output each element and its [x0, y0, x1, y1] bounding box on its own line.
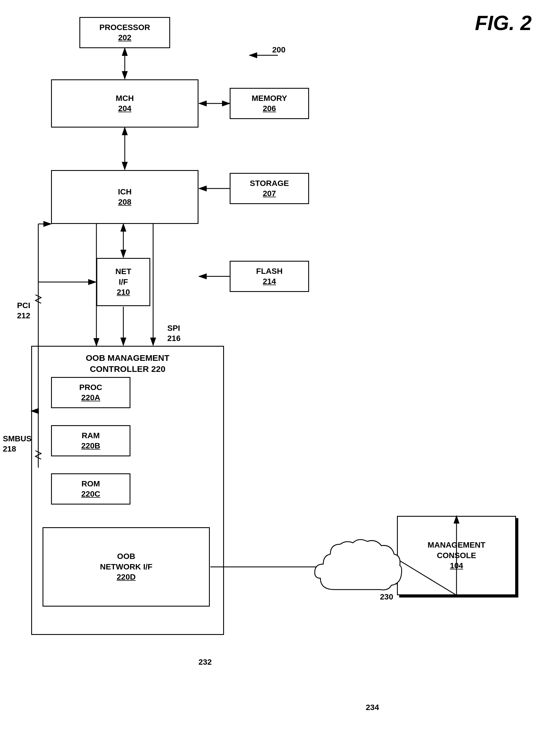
spi-label: SPI 216: [167, 323, 181, 344]
diagram: FIG. 2 200 PROCESSOR 202 MCH 204 MEMORY …: [0, 0, 560, 750]
rom-ref: 220C: [81, 489, 100, 499]
oob-net-label1: OOB: [117, 551, 135, 562]
netif-label1: NET: [115, 266, 131, 277]
ram-label: RAM: [82, 430, 100, 441]
netif-label2: I/F: [119, 277, 128, 287]
netif-ref: 210: [117, 287, 130, 297]
figure-label: FIG. 2: [475, 11, 532, 35]
pci-label: PCI 212: [17, 301, 31, 321]
smbus-label: SMBUS 218: [3, 434, 32, 454]
network-cloud: [312, 539, 403, 601]
proc-label: PROC: [79, 382, 102, 392]
oob-net-ref: 220D: [117, 572, 136, 582]
ich-box: ICH 208: [51, 170, 199, 224]
rom-label: ROM: [81, 479, 100, 489]
processor-label: PROCESSOR: [100, 22, 150, 33]
rom-box: ROM 220C: [51, 473, 131, 505]
memory-ref: 206: [263, 103, 276, 114]
oob-label1: OOB MANAGEMENT: [86, 352, 169, 363]
ref-200: 200: [272, 45, 285, 55]
flash-box: FLASH 214: [230, 261, 309, 292]
mch-box: MCH 204: [51, 79, 199, 127]
proc-box: PROC 220A: [51, 377, 131, 408]
memory-box: MEMORY 206: [230, 88, 309, 119]
proc-ref: 220A: [81, 392, 100, 403]
processor-ref: 202: [118, 33, 132, 43]
ref-234: 234: [366, 703, 379, 712]
ref-232: 232: [199, 657, 212, 667]
storage-box: STORAGE 207: [230, 173, 309, 204]
flash-ref: 214: [263, 276, 276, 287]
memory-label: MEMORY: [252, 93, 287, 103]
oob-net-box: OOB NETWORK I/F 220D: [42, 527, 210, 607]
processor-box: PROCESSOR 202: [79, 17, 170, 48]
storage-label: STORAGE: [250, 178, 289, 188]
mgmt-console-box: MANAGEMENT CONSOLE 104: [397, 516, 516, 595]
ram-ref: 220B: [81, 441, 100, 451]
mgmt-console-label2: CONSOLE: [437, 550, 476, 561]
ich-label: ICH: [118, 187, 132, 197]
mgmt-console-label1: MANAGEMENT: [427, 540, 485, 550]
mgmt-console-ref: 104: [450, 561, 463, 571]
netif-box: NET I/F 210: [96, 258, 150, 306]
mch-label: MCH: [116, 93, 134, 103]
flash-label: FLASH: [256, 266, 282, 276]
ich-ref: 208: [118, 197, 132, 207]
oob-net-label2: NETWORK I/F: [100, 562, 152, 572]
oob-label2: CONTROLLER 220: [90, 363, 165, 374]
ram-box: RAM 220B: [51, 425, 131, 457]
mch-ref: 204: [118, 103, 132, 114]
storage-ref: 207: [263, 188, 276, 199]
